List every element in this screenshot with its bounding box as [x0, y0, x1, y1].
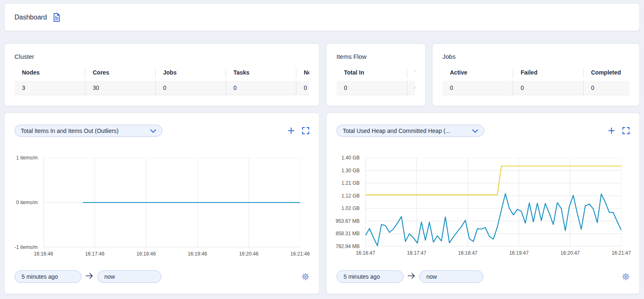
- time-from-input[interactable]: [14, 270, 82, 283]
- page-title: Dashboard: [14, 14, 47, 21]
- metric-selector-label: Total Items In and Items Out (Outliers): [21, 128, 119, 134]
- heap-chart: 1.40 GB1.30 GB1.21 GB1.12 GB1.02 GB953.6…: [336, 158, 630, 246]
- metric-selector-label: Total Used Heap and Committed Heap (...: [343, 128, 450, 134]
- stat-value-completed: 0: [583, 81, 630, 95]
- stats-row: Cluster Nodes Cores Jobs Tasks No 3 30 0…: [4, 43, 640, 106]
- column-header-tasks: Tasks: [226, 68, 296, 78]
- items-flow-chart: 1 items/m0 items/m-1 items/m: [14, 158, 309, 247]
- stat-value-total-in: 0: [336, 81, 407, 95]
- column-header-cores: Cores: [85, 68, 155, 78]
- stat-value-cores: 30: [85, 81, 155, 95]
- column-header-jobs: Jobs: [155, 68, 226, 78]
- column-header-nodes: Nodes: [14, 68, 85, 78]
- stat-value-jobs: 0: [155, 81, 226, 95]
- add-chart-button[interactable]: [288, 127, 295, 134]
- cluster-card-title: Cluster: [14, 53, 309, 60]
- cluster-table: Nodes Cores Jobs Tasks No 3 30 0 0 0: [14, 68, 309, 95]
- column-header-active: Active: [442, 68, 513, 78]
- stat-value-nodes: 3: [14, 81, 85, 95]
- items-chart-panel: Total Items In and Items Out (Outliers) …: [4, 113, 320, 294]
- column-header-total-in: Total In: [336, 68, 407, 78]
- time-to-input[interactable]: [419, 270, 483, 283]
- jobs-table: Active Failed Completed 0 0 0: [442, 68, 630, 95]
- stat-value-failed: 0: [513, 81, 583, 95]
- items-flow-table: Total In To 0 0: [336, 68, 415, 95]
- jobs-card: Jobs Active Failed Completed 0 0 0: [432, 43, 640, 106]
- column-header-truncated: No: [296, 68, 309, 78]
- charts-row: Total Items In and Items Out (Outliers) …: [4, 113, 640, 294]
- settings-icon[interactable]: [302, 273, 309, 280]
- time-to-input[interactable]: [97, 270, 161, 283]
- stat-value-truncated: 0: [296, 81, 309, 95]
- stat-value-active: 0: [442, 81, 513, 95]
- items-flow-card: Items Flow Total In To 0 0: [326, 43, 425, 106]
- chevron-down-icon: [472, 127, 478, 135]
- stat-value-tasks: 0: [226, 81, 296, 95]
- stat-value-total-out: 0: [407, 81, 415, 95]
- column-header-total-out-truncated: To: [407, 68, 415, 78]
- add-chart-button[interactable]: [608, 127, 615, 134]
- metric-selector-items[interactable]: Total Items In and Items Out (Outliers): [14, 125, 162, 137]
- items-flow-card-title: Items Flow: [336, 53, 415, 60]
- jobs-card-title: Jobs: [442, 53, 630, 60]
- arrow-right-icon: [407, 272, 416, 281]
- app-header: Dashboard: [4, 3, 640, 31]
- column-header-completed: Completed: [583, 68, 630, 78]
- column-header-failed: Failed: [513, 68, 583, 78]
- chevron-down-icon: [150, 127, 156, 135]
- fullscreen-button[interactable]: [622, 127, 630, 134]
- cluster-card: Cluster Nodes Cores Jobs Tasks No 3 30 0…: [4, 43, 320, 106]
- document-icon[interactable]: [53, 13, 61, 22]
- time-from-input[interactable]: [336, 270, 404, 283]
- settings-icon[interactable]: [622, 273, 630, 280]
- fullscreen-button[interactable]: [302, 127, 309, 134]
- metric-selector-heap[interactable]: Total Used Heap and Committed Heap (...: [336, 125, 484, 137]
- arrow-right-icon: [85, 272, 94, 281]
- heap-chart-panel: Total Used Heap and Committed Heap (... …: [326, 113, 640, 294]
